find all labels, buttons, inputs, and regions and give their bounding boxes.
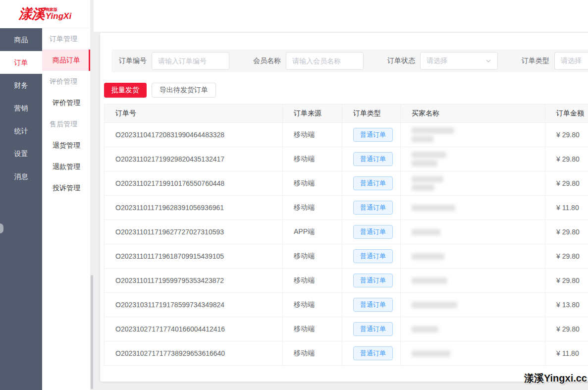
brand-name-cn: 漾溪 — [19, 5, 45, 23]
buyer-name-blurred — [412, 302, 457, 308]
batch-ship-button[interactable]: 批量发货 — [104, 83, 147, 98]
content-card: 订单编号会员名称订单状态请选择订单类型请选择 批量发货 导出待发货订单 订单号订… — [100, 33, 588, 382]
blur-line — [412, 326, 438, 333]
primary-nav: 商品订单财务营销统计设置消息 — [0, 28, 42, 390]
select-placeholder: 请选择 — [427, 56, 447, 65]
order-source-cell: 移动端 — [283, 293, 342, 317]
table-row[interactable]: O202311011719628391056936961移动端普通订单¥ 11.… — [105, 196, 588, 220]
buyer-name-blurred — [412, 253, 444, 260]
table-row[interactable]: O202311021719929820435132417移动端普通订单¥ 29.… — [105, 147, 588, 171]
table-row[interactable]: O202310271717740166004412416移动端普通订单¥ 29.… — [105, 317, 588, 341]
secondary-nav-item-评价管理[interactable]: 评价管理 — [42, 92, 90, 113]
order-type-cell: 普通订单 — [342, 220, 401, 244]
order-type-badge: 普通订单 — [353, 176, 393, 190]
order-source-cell: 移动端 — [283, 341, 342, 365]
order-amount-cell: ¥ 11.80 — [545, 341, 588, 365]
table-body: O202311041720831990464483328移动端普通订单¥ 29.… — [105, 123, 588, 366]
watermark: 漾溪Yingxi.cc — [524, 372, 587, 385]
order-amount-cell: ¥ 29.80 — [545, 317, 588, 341]
buyer-name-cell — [401, 293, 545, 317]
order-type-badge: 普通订单 — [353, 298, 393, 312]
table-row[interactable]: O202311011719618709915439105移动端普通订单¥ 29.… — [105, 244, 588, 269]
table-row[interactable]: O202310311719178599734349824移动端普通订单¥ 13.… — [105, 293, 588, 317]
filter-input-会员名称[interactable] — [286, 52, 364, 70]
table-row[interactable]: O202311021719910176550760448移动端普通订单¥ 29.… — [105, 171, 588, 196]
primary-nav-item-商品[interactable]: 商品 — [0, 28, 42, 51]
order-type-cell: 普通订单 — [342, 244, 401, 268]
order-type-badge: 普通订单 — [353, 201, 393, 215]
top-header-bar — [94, 0, 588, 32]
primary-nav-item-消息[interactable]: 消息 — [0, 165, 42, 188]
blur-line — [412, 229, 440, 235]
order-amount-cell: ¥ 11.80 — [545, 196, 588, 220]
export-pending-orders-button[interactable]: 导出待发货订单 — [152, 83, 216, 98]
order-amount-cell: ¥ 29.80 — [545, 269, 588, 292]
order-type-badge: 普通订单 — [353, 274, 393, 287]
table-header-cell: 订单来源 — [283, 105, 342, 122]
primary-nav-item-营销[interactable]: 营销 — [0, 97, 42, 119]
secondary-nav-item-退款管理[interactable]: 退款管理 — [42, 156, 90, 177]
buyer-name-cell — [401, 220, 545, 244]
filter-select-订单类型[interactable]: 请选择 — [554, 52, 588, 70]
table-row[interactable]: O202311011719627727027310593APP端普通订单¥ 29… — [105, 220, 588, 244]
order-source-cell: 移动端 — [283, 147, 342, 171]
secondary-nav-group-订单管理[interactable]: 订单管理 — [42, 28, 90, 50]
table-row[interactable]: O202311011719599795353423872移动端普通订单¥ 29.… — [105, 269, 588, 293]
filter-bar: 订单编号会员名称订单状态请选择订单类型请选择 — [111, 50, 588, 72]
table-header-cell: 买家名称 — [401, 105, 545, 122]
secondary-nav-item-投诉管理[interactable]: 投诉管理 — [42, 177, 90, 199]
order-type-badge: 普通订单 — [353, 152, 393, 166]
table-row[interactable]: O202310271717738929653616640移动端普通订单¥ 11.… — [105, 341, 588, 366]
order-number-cell: O202310271717740166004412416 — [105, 317, 283, 341]
filter-label: 订单类型 — [522, 56, 549, 65]
order-number-cell: O202310271717738929653616640 — [105, 341, 283, 365]
order-type-badge: 普通订单 — [353, 346, 393, 360]
blur-line — [412, 152, 446, 158]
order-number-cell: O202311021719929820435132417 — [105, 147, 283, 171]
order-source-cell: 移动端 — [283, 171, 342, 195]
blur-line — [412, 176, 443, 182]
order-number-cell: O202311021719910176550760448 — [105, 171, 283, 195]
filter-label: 订单状态 — [387, 56, 415, 65]
primary-nav-item-统计[interactable]: 统计 — [0, 119, 42, 142]
primary-nav-item-设置[interactable]: 设置 — [0, 142, 42, 165]
vertical-scrollbar-track[interactable] — [90, 0, 94, 390]
order-number-cell: O202311011719628391056936961 — [105, 196, 283, 220]
order-type-cell: 普通订单 — [342, 293, 401, 317]
buyer-name-cell — [401, 171, 545, 195]
secondary-nav-group-评价管理[interactable]: 评价管理 — [42, 71, 90, 92]
select-placeholder: 请选择 — [561, 56, 582, 65]
order-type-badge: 普通订单 — [353, 322, 393, 336]
secondary-nav-group-售后管理[interactable]: 售后管理 — [42, 113, 90, 135]
order-type-badge: 普通订单 — [353, 128, 393, 142]
filter-input-订单编号[interactable] — [152, 52, 229, 70]
table-header-cell: 订单类型 — [342, 105, 401, 122]
table-row[interactable]: O202311041720831990464483328移动端普通订单¥ 29.… — [105, 123, 588, 147]
order-amount-cell: ¥ 29.80 — [545, 171, 588, 195]
filter-select-订单状态[interactable]: 请选择 — [420, 52, 498, 70]
blur-line — [412, 184, 434, 191]
buyer-name-cell — [401, 341, 545, 365]
order-amount-cell: ¥ 29.80 — [545, 123, 588, 147]
order-amount-cell: ¥ 29.80 — [545, 244, 588, 268]
blur-line — [412, 160, 437, 167]
blur-line — [412, 253, 444, 260]
filter-item: 订单状态请选择 — [387, 52, 498, 70]
buyer-name-blurred — [412, 152, 446, 167]
secondary-nav-item-商品订单[interactable]: 商品订单 — [42, 50, 90, 71]
blur-line — [412, 350, 450, 357]
secondary-nav-item-退货管理[interactable]: 退货管理 — [42, 135, 90, 156]
order-type-cell: 普通订单 — [342, 171, 401, 195]
order-type-cell: 普通订单 — [342, 123, 401, 147]
blur-line — [412, 302, 457, 308]
buyer-name-cell — [401, 123, 545, 147]
primary-nav-item-订单[interactable]: 订单 — [0, 51, 42, 74]
primary-nav-item-财务[interactable]: 财务 — [0, 74, 42, 97]
order-amount-cell: ¥ 29.80 — [545, 147, 588, 171]
order-number-cell: O202311041720831990464483328 — [105, 123, 283, 147]
order-number-cell: O202310311719178599734349824 — [105, 293, 283, 317]
blur-line — [412, 205, 455, 211]
vertical-scrollbar-thumb[interactable] — [91, 275, 93, 389]
order-type-cell: 普通订单 — [342, 341, 401, 365]
order-source-cell: 移动端 — [283, 269, 342, 292]
